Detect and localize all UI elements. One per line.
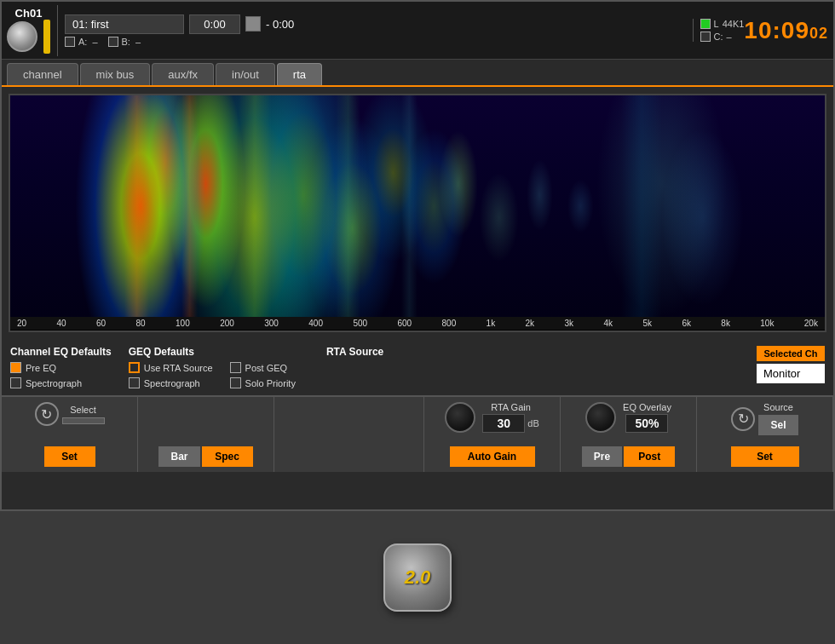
- freq-label-500: 500: [353, 319, 367, 328]
- select-set-section: ↻ Select Set: [2, 397, 138, 472]
- channel-spectrograph-checkbox[interactable]: [10, 377, 21, 388]
- bar-spec-section: Bar Spec: [138, 397, 274, 472]
- select-set-button[interactable]: Set: [44, 446, 95, 467]
- freq-label-8k: 8k: [721, 319, 730, 328]
- empty-section: [274, 397, 424, 472]
- freq-label-800: 800: [442, 319, 457, 328]
- source-row: ↻ Source Sel: [731, 402, 798, 435]
- freq-label-4k: 4k: [603, 319, 613, 328]
- meter-b-checkbox[interactable]: [108, 37, 118, 47]
- channel-label: Ch01: [15, 7, 43, 20]
- source-set-button[interactable]: Set: [731, 446, 799, 467]
- channel-spectrograph-label: Spectrograph: [26, 378, 82, 388]
- monitor-display: Monitor: [757, 364, 825, 383]
- meter-row: A: – B: –: [65, 37, 686, 47]
- channel-eq-defaults: Channel EQ Defaults Pre EQ Spectrograph: [10, 346, 112, 388]
- freq-label-200: 200: [220, 319, 234, 328]
- rta-gain-knob-row: RTA Gain 30 dB: [445, 402, 538, 433]
- freq-label-100: 100: [176, 319, 190, 328]
- selected-ch-badge: Selected Ch: [757, 346, 825, 361]
- main-app: Ch01 01: first 0:00 - 0:00 A: –: [0, 0, 835, 511]
- set-btn-row: Set: [9, 446, 130, 467]
- spacer-title: [230, 346, 296, 358]
- eq-overlay-label: EQ Overlay: [623, 402, 671, 412]
- geq-title: GEQ Defaults: [129, 346, 213, 358]
- tab-aux-fx[interactable]: aux/fx: [152, 63, 214, 85]
- spec-button[interactable]: Spec: [202, 446, 253, 467]
- freq-label-600: 600: [397, 319, 412, 328]
- channel-eq-title: Channel EQ Defaults: [10, 346, 112, 358]
- tab-in-out[interactable]: in/out: [216, 63, 275, 85]
- use-rta-source-label: Use RTA Source: [144, 363, 213, 373]
- sel-button[interactable]: Sel: [758, 415, 798, 435]
- negative-time: - 0:00: [266, 18, 294, 31]
- tab-mix-bus[interactable]: mix bus: [80, 63, 151, 85]
- tab-channel[interactable]: channel: [7, 63, 78, 85]
- select-label: Select: [70, 405, 96, 415]
- meter-l-led: [700, 19, 711, 29]
- post-button[interactable]: Post: [624, 446, 675, 467]
- bar-button[interactable]: Bar: [158, 446, 199, 467]
- auto-gain-button[interactable]: Auto Gain: [450, 446, 535, 467]
- options-row: Channel EQ Defaults Pre EQ Spectrograph …: [2, 339, 833, 395]
- version-badge-container: 2.0: [0, 511, 835, 644]
- freq-label-5k: 5k: [642, 319, 652, 328]
- bar-spec-btn-row: Bar Spec: [145, 446, 267, 467]
- other-options: Post GEQ Solo Priority: [230, 346, 296, 388]
- time-display: 0:00: [189, 14, 240, 34]
- solo-priority-checkbox[interactable]: [230, 377, 241, 388]
- freq-label-40: 40: [57, 319, 66, 328]
- freq-label-3k: 3k: [565, 319, 574, 328]
- select-row: ↻ Select: [35, 402, 105, 426]
- track-name-display: 01: first: [65, 14, 184, 34]
- source-label: Source: [763, 402, 793, 412]
- solo-priority-option: Solo Priority: [230, 377, 296, 388]
- sample-rate: 44K1: [723, 19, 745, 29]
- post-geq-checkbox[interactable]: [230, 362, 241, 373]
- geq-spectrograph-checkbox[interactable]: [129, 377, 140, 388]
- freq-label-20k: 20k: [804, 319, 818, 328]
- rta-gain-label: RTA Gain: [491, 402, 531, 412]
- freq-label-10k: 10k: [760, 319, 774, 328]
- pre-eq-checkbox[interactable]: [10, 362, 21, 373]
- source-rotate-icon[interactable]: ↻: [731, 407, 755, 431]
- yellow-bar: [43, 20, 50, 54]
- source-set-btn-row: Set: [704, 446, 826, 467]
- meter-a-checkbox[interactable]: [65, 37, 75, 47]
- post-geq-label: Post GEQ: [245, 363, 288, 373]
- freq-label-400: 400: [308, 319, 323, 328]
- selected-ch-section: Selected Ch Monitor: [757, 346, 825, 383]
- rta-gain-section: RTA Gain 30 dB Auto Gain: [424, 397, 561, 472]
- channel-knob[interactable]: [7, 21, 37, 52]
- freq-label-1k: 1k: [487, 319, 496, 328]
- rta-gain-knob[interactable]: [445, 402, 475, 433]
- tab-bar: channel mix bus aux/fx in/out rta: [2, 60, 833, 87]
- version-badge: 2.0: [383, 543, 452, 612]
- use-rta-source-checkbox[interactable]: [129, 362, 140, 373]
- transport-row: 01: first 0:00 - 0:00: [65, 14, 686, 34]
- rotate-icon[interactable]: ↻: [35, 402, 59, 426]
- freq-axis: 20 40 60 80 100 200 300 400 500 600 800 …: [10, 317, 825, 330]
- geq-defaults: GEQ Defaults Use RTA Source Spectrograph: [129, 346, 213, 388]
- bottom-controls: ↻ Select Set Bar Spec: [2, 395, 833, 472]
- header-right: 10:0902: [744, 17, 828, 44]
- tab-rta[interactable]: rta: [277, 63, 322, 85]
- freq-label-20: 20: [17, 319, 26, 328]
- channel-spectrograph-option: Spectrograph: [10, 377, 112, 388]
- pre-button[interactable]: Pre: [582, 446, 622, 467]
- eq-overlay-knob[interactable]: [585, 402, 616, 433]
- use-rta-source-option: Use RTA Source: [129, 362, 213, 373]
- rta-gain-unit: dB: [527, 418, 538, 428]
- spectrograph-container: 20 40 60 80 100 200 300 400 500 600 800 …: [9, 94, 826, 332]
- stop-button[interactable]: [245, 16, 261, 32]
- freq-label-2k: 2k: [526, 319, 535, 328]
- spectrograph-display: [10, 95, 825, 317]
- select-display[interactable]: [62, 417, 105, 424]
- eq-overlay-knob-row: EQ Overlay 50%: [585, 402, 671, 433]
- eq-overlay-value: 50%: [625, 414, 668, 433]
- meter-a: A: –: [65, 37, 98, 47]
- source-sel-set-section: ↻ Source Sel Set: [697, 397, 833, 472]
- pre-eq-label: Pre EQ: [26, 363, 56, 373]
- meter-c-checkbox[interactable]: [700, 32, 711, 42]
- auto-gain-btn-row: Auto Gain: [431, 446, 553, 467]
